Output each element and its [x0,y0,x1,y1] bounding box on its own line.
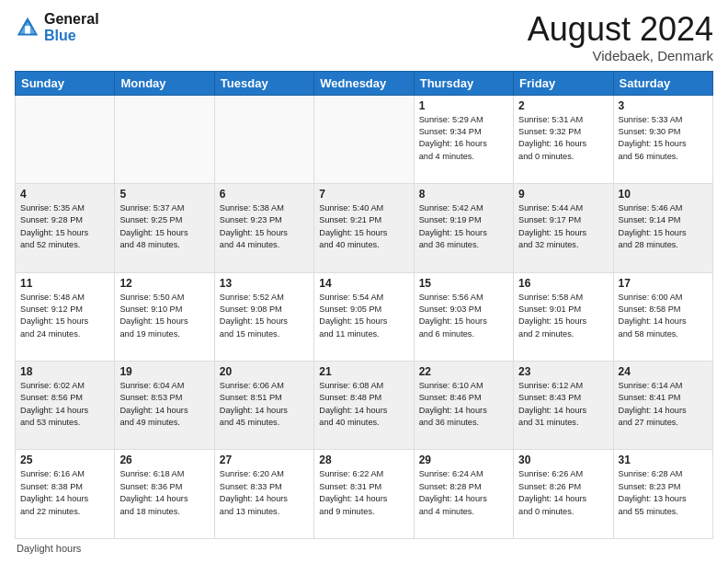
calendar-cell: 10Sunrise: 5:46 AM Sunset: 9:14 PM Dayli… [613,184,712,272]
page: General Blue August 2024 Videbaek, Denma… [0,0,728,563]
calendar-cell: 4Sunrise: 5:35 AM Sunset: 9:28 PM Daylig… [16,184,115,272]
day-number: 22 [419,365,508,378]
day-info: Sunrise: 6:22 AM Sunset: 8:31 PM Dayligh… [319,468,408,517]
day-number: 4 [20,188,109,201]
col-monday: Monday [115,71,214,95]
day-info: Sunrise: 5:40 AM Sunset: 9:21 PM Dayligh… [319,202,408,251]
location: Videbaek, Denmark [528,48,713,63]
day-number: 30 [518,454,608,466]
day-number: 21 [319,365,408,378]
calendar-cell: 20Sunrise: 6:06 AM Sunset: 8:51 PM Dayli… [214,362,313,450]
calendar-table: Sunday Monday Tuesday Wednesday Thursday… [15,71,713,539]
day-number: 27 [220,454,309,466]
day-info: Sunrise: 6:12 AM Sunset: 8:43 PM Dayligh… [518,380,608,429]
day-info: Sunrise: 5:29 AM Sunset: 9:34 PM Dayligh… [419,114,508,163]
day-number: 11 [20,277,109,290]
week-row-3: 11Sunrise: 5:48 AM Sunset: 9:12 PM Dayli… [16,272,713,361]
col-thursday: Thursday [414,71,513,95]
calendar-cell: 9Sunrise: 5:44 AM Sunset: 9:17 PM Daylig… [514,184,613,272]
day-number: 13 [220,277,309,290]
day-number: 31 [619,454,708,466]
svg-rect-2 [25,26,30,33]
day-number: 14 [319,277,408,290]
footer-note: Daylight hours [15,543,713,554]
calendar-header-row: Sunday Monday Tuesday Wednesday Thursday… [16,71,713,95]
week-row-4: 18Sunrise: 6:02 AM Sunset: 8:56 PM Dayli… [16,362,713,450]
day-number: 25 [20,454,109,466]
logo-icon [15,15,40,40]
day-info: Sunrise: 6:00 AM Sunset: 8:58 PM Dayligh… [619,292,708,340]
day-info: Sunrise: 6:06 AM Sunset: 8:51 PM Dayligh… [220,380,309,429]
day-info: Sunrise: 5:35 AM Sunset: 9:28 PM Dayligh… [20,202,109,251]
calendar-cell: 28Sunrise: 6:22 AM Sunset: 8:31 PM Dayli… [314,450,414,539]
month-year: August 2024 [528,11,713,48]
week-row-5: 25Sunrise: 6:16 AM Sunset: 8:38 PM Dayli… [16,450,713,539]
calendar-cell: 13Sunrise: 5:52 AM Sunset: 9:08 PM Dayli… [214,272,313,361]
day-number: 28 [319,454,408,466]
day-number: 24 [619,365,708,378]
day-number: 16 [518,277,608,290]
calendar-cell: 16Sunrise: 5:58 AM Sunset: 9:01 PM Dayli… [514,272,613,361]
col-friday: Friday [514,71,613,95]
calendar-cell: 19Sunrise: 6:04 AM Sunset: 8:53 PM Dayli… [115,362,214,450]
calendar-cell: 21Sunrise: 6:08 AM Sunset: 8:48 PM Dayli… [314,362,414,450]
day-info: Sunrise: 5:44 AM Sunset: 9:17 PM Dayligh… [518,202,608,251]
calendar-cell [214,95,313,183]
calendar-cell [16,95,115,183]
calendar-cell: 8Sunrise: 5:42 AM Sunset: 9:19 PM Daylig… [414,184,513,272]
calendar-cell: 5Sunrise: 5:37 AM Sunset: 9:25 PM Daylig… [115,184,214,272]
calendar-cell: 2Sunrise: 5:31 AM Sunset: 9:32 PM Daylig… [514,95,613,183]
calendar-cell: 12Sunrise: 5:50 AM Sunset: 9:10 PM Dayli… [115,272,214,361]
day-number: 12 [119,277,209,290]
day-info: Sunrise: 6:04 AM Sunset: 8:53 PM Dayligh… [119,380,209,429]
day-number: 19 [119,365,209,378]
week-row-1: 1Sunrise: 5:29 AM Sunset: 9:34 PM Daylig… [16,95,713,183]
col-sunday: Sunday [16,71,115,95]
day-info: Sunrise: 5:50 AM Sunset: 9:10 PM Dayligh… [119,292,209,340]
calendar-cell [314,95,414,183]
day-info: Sunrise: 6:28 AM Sunset: 8:23 PM Dayligh… [619,468,708,517]
day-number: 23 [518,365,608,378]
day-number: 1 [419,99,508,112]
header: General Blue August 2024 Videbaek, Denma… [15,11,713,63]
day-info: Sunrise: 5:52 AM Sunset: 9:08 PM Dayligh… [220,292,309,340]
calendar-cell: 29Sunrise: 6:24 AM Sunset: 8:28 PM Dayli… [414,450,513,539]
calendar-cell: 17Sunrise: 6:00 AM Sunset: 8:58 PM Dayli… [613,272,712,361]
calendar-cell: 18Sunrise: 6:02 AM Sunset: 8:56 PM Dayli… [16,362,115,450]
day-info: Sunrise: 6:10 AM Sunset: 8:46 PM Dayligh… [419,380,508,429]
col-wednesday: Wednesday [314,71,414,95]
logo: General Blue [15,11,99,44]
calendar-cell: 23Sunrise: 6:12 AM Sunset: 8:43 PM Dayli… [514,362,613,450]
week-row-2: 4Sunrise: 5:35 AM Sunset: 9:28 PM Daylig… [16,184,713,272]
calendar-cell [115,95,214,183]
day-info: Sunrise: 5:33 AM Sunset: 9:30 PM Dayligh… [619,114,708,163]
day-number: 17 [619,277,708,290]
day-number: 3 [619,99,708,112]
day-number: 7 [319,188,408,201]
calendar-cell: 25Sunrise: 6:16 AM Sunset: 8:38 PM Dayli… [16,450,115,539]
day-info: Sunrise: 5:38 AM Sunset: 9:23 PM Dayligh… [220,202,309,251]
calendar-cell: 22Sunrise: 6:10 AM Sunset: 8:46 PM Dayli… [414,362,513,450]
calendar-cell: 1Sunrise: 5:29 AM Sunset: 9:34 PM Daylig… [414,95,513,183]
day-info: Sunrise: 5:48 AM Sunset: 9:12 PM Dayligh… [20,292,109,340]
calendar-cell: 26Sunrise: 6:18 AM Sunset: 8:36 PM Dayli… [115,450,214,539]
day-number: 6 [220,188,309,201]
day-info: Sunrise: 5:31 AM Sunset: 9:32 PM Dayligh… [518,114,608,163]
day-number: 26 [119,454,209,466]
calendar-cell: 30Sunrise: 6:26 AM Sunset: 8:26 PM Dayli… [514,450,613,539]
day-info: Sunrise: 5:42 AM Sunset: 9:19 PM Dayligh… [419,202,508,251]
day-number: 10 [619,188,708,201]
day-info: Sunrise: 5:37 AM Sunset: 9:25 PM Dayligh… [119,202,209,251]
calendar-cell: 27Sunrise: 6:20 AM Sunset: 8:33 PM Dayli… [214,450,313,539]
day-number: 29 [419,454,508,466]
col-tuesday: Tuesday [214,71,313,95]
logo-text: General Blue [44,11,99,44]
day-number: 18 [20,365,109,378]
calendar-cell: 6Sunrise: 5:38 AM Sunset: 9:23 PM Daylig… [214,184,313,272]
day-info: Sunrise: 5:56 AM Sunset: 9:03 PM Dayligh… [419,292,508,340]
day-number: 8 [419,188,508,201]
day-info: Sunrise: 5:58 AM Sunset: 9:01 PM Dayligh… [518,292,608,340]
col-saturday: Saturday [613,71,712,95]
day-number: 9 [518,188,608,201]
day-number: 5 [119,188,209,201]
